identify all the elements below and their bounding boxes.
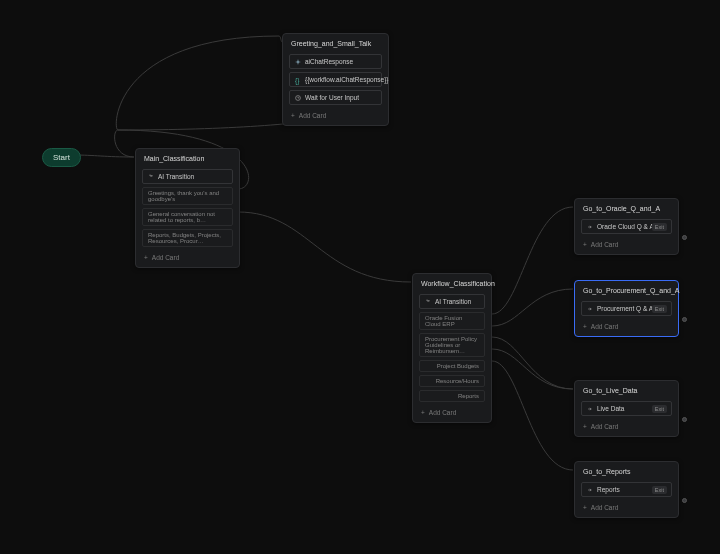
workflow-title: Workflow_Classification <box>413 274 491 291</box>
add-card-button[interactable]: + Add Card <box>575 319 678 336</box>
add-card-button[interactable]: + Add Card <box>413 405 491 422</box>
sub-label: Greetings, thank you's and goodbye's <box>148 190 227 202</box>
procurement-title: Go_to_Procurement_Q_and_A <box>575 281 678 298</box>
main-title: Main_Classification <box>136 149 239 166</box>
greeting-card[interactable]: Greeting_and_Small_Talk aiChatResponse {… <box>282 33 389 126</box>
add-card-button[interactable]: + Add Card <box>575 500 678 517</box>
arrow-icon <box>587 487 593 493</box>
greeting-title: Greeting_and_Small_Talk <box>283 34 388 51</box>
sparkle-icon <box>295 59 301 65</box>
sub-label: Reports <box>458 393 479 399</box>
output-port[interactable] <box>682 317 687 322</box>
add-card-label: Add Card <box>591 323 618 330</box>
arrow-icon <box>587 406 593 412</box>
output-port[interactable] <box>682 235 687 240</box>
plus-icon: + <box>583 504 587 511</box>
add-card-label: Add Card <box>429 409 456 416</box>
procurement-row[interactable]: Procurement Q & A Exit <box>581 301 672 316</box>
live-card[interactable]: Go_to_Live_Data Live Data Exit + Add Car… <box>574 380 679 437</box>
start-label: Start <box>53 153 70 162</box>
exit-badge: Exit <box>652 405 667 413</box>
wf-sub-0[interactable]: Oracle Fusion Cloud ERP <box>419 312 485 330</box>
plus-icon: + <box>291 112 295 119</box>
output-port[interactable] <box>682 498 687 503</box>
sub-label: Resource/Hours <box>436 378 479 384</box>
oracle-row[interactable]: Oracle Cloud Q & A Exit <box>581 219 672 234</box>
row-template[interactable]: {} {{workflow.aiChatResponse}} <box>289 72 382 87</box>
reports-row[interactable]: Reports Exit <box>581 482 672 497</box>
ai-transition-row[interactable]: AI Transition <box>419 294 485 309</box>
row-aichat[interactable]: aiChatResponse <box>289 54 382 69</box>
add-card-label: Add Card <box>591 241 618 248</box>
add-card-button[interactable]: + Add Card <box>136 250 239 267</box>
add-card-button[interactable]: + Add Card <box>575 419 678 436</box>
add-card-label: Add Card <box>299 112 326 119</box>
branch-icon <box>425 299 431 305</box>
sub-label: Reports, Budgets, Projects, Resources, P… <box>148 232 227 244</box>
reports-title: Go_to_Reports <box>575 462 678 479</box>
wf-sub-2[interactable]: Project Budgets <box>419 360 485 372</box>
procurement-card[interactable]: Go_to_Procurement_Q_and_A Procurement Q … <box>574 280 679 337</box>
row-label: aiChatResponse <box>305 58 353 65</box>
workflow-card[interactable]: Workflow_Classification AI Transition Or… <box>412 273 492 423</box>
live-row[interactable]: Live Data Exit <box>581 401 672 416</box>
sub-label: Procurement Policy Guidelines or Reimbur… <box>425 336 479 354</box>
live-title: Go_to_Live_Data <box>575 381 678 398</box>
row-label: Procurement Q & A <box>597 305 653 312</box>
clock-icon <box>295 95 301 101</box>
main-card[interactable]: Main_Classification AI Transition Greeti… <box>135 148 240 268</box>
row-label: Wait for User Input <box>305 94 359 101</box>
add-card-label: Add Card <box>591 504 618 511</box>
row-label: Oracle Cloud Q & A <box>597 223 654 230</box>
exit-badge: Exit <box>652 305 667 313</box>
row-label: Live Data <box>597 405 624 412</box>
sub-label: General conversation not related to repo… <box>148 211 227 223</box>
sub-label: Oracle Fusion Cloud ERP <box>425 315 479 327</box>
exit-badge: Exit <box>652 486 667 494</box>
add-card-label: Add Card <box>152 254 179 261</box>
wf-sub-1[interactable]: Procurement Policy Guidelines or Reimbur… <box>419 333 485 357</box>
wf-sub-3[interactable]: Resource/Hours <box>419 375 485 387</box>
add-card-button[interactable]: + Add Card <box>575 237 678 254</box>
row-wait[interactable]: Wait for User Input <box>289 90 382 105</box>
main-sub-1[interactable]: General conversation not related to repo… <box>142 208 233 226</box>
arrow-icon <box>587 306 593 312</box>
start-node[interactable]: Start <box>42 148 81 167</box>
output-port[interactable] <box>682 417 687 422</box>
oracle-card[interactable]: Go_to_Oracle_Q_and_A Oracle Cloud Q & A … <box>574 198 679 255</box>
add-card-button[interactable]: + Add Card <box>283 108 388 125</box>
row-label: Reports <box>597 486 620 493</box>
exit-badge: Exit <box>652 223 667 231</box>
branch-icon <box>148 174 154 180</box>
row-label: {{workflow.aiChatResponse}} <box>305 76 388 83</box>
plus-icon: + <box>583 241 587 248</box>
add-card-label: Add Card <box>591 423 618 430</box>
arrow-icon <box>587 224 593 230</box>
row-label: AI Transition <box>158 173 194 180</box>
braces-icon: {} <box>295 77 301 83</box>
oracle-title: Go_to_Oracle_Q_and_A <box>575 199 678 216</box>
ai-transition-row[interactable]: AI Transition <box>142 169 233 184</box>
plus-icon: + <box>583 323 587 330</box>
reports-card[interactable]: Go_to_Reports Reports Exit + Add Card <box>574 461 679 518</box>
wf-sub-4[interactable]: Reports <box>419 390 485 402</box>
main-sub-0[interactable]: Greetings, thank you's and goodbye's <box>142 187 233 205</box>
main-sub-2[interactable]: Reports, Budgets, Projects, Resources, P… <box>142 229 233 247</box>
row-label: AI Transition <box>435 298 471 305</box>
sub-label: Project Budgets <box>437 363 479 369</box>
plus-icon: + <box>583 423 587 430</box>
plus-icon: + <box>421 409 425 416</box>
plus-icon: + <box>144 254 148 261</box>
